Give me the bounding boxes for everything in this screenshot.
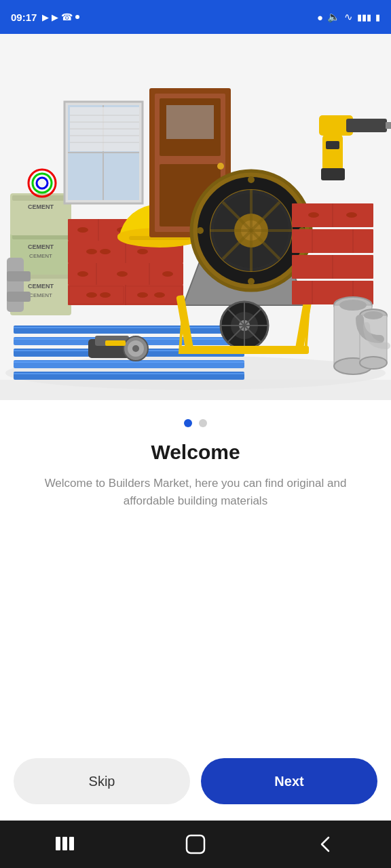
window-frame bbox=[64, 102, 143, 203]
skip-button[interactable]: Skip bbox=[14, 758, 190, 804]
next-button[interactable]: Next bbox=[201, 758, 377, 804]
svg-point-48 bbox=[86, 249, 97, 254]
svg-point-131 bbox=[364, 311, 383, 319]
svg-rect-75 bbox=[166, 105, 214, 139]
video-icon-1: ▶ bbox=[42, 12, 49, 22]
svg-rect-134 bbox=[62, 837, 67, 850]
svg-point-36 bbox=[86, 292, 97, 298]
back-button[interactable] bbox=[316, 835, 335, 854]
svg-point-54 bbox=[77, 227, 88, 233]
spacer bbox=[0, 511, 391, 747]
text-section: Welcome Welcome to Builders Market, here… bbox=[0, 441, 391, 511]
svg-rect-78 bbox=[7, 292, 31, 302]
welcome-title: Welcome bbox=[20, 441, 371, 464]
svg-rect-118 bbox=[322, 134, 343, 172]
whatsapp-icon: ☎ bbox=[61, 12, 73, 22]
svg-rect-6 bbox=[14, 372, 244, 380]
image-section: CEMENT CEMENT CEMENT CEMENT CEMENT bbox=[0, 34, 391, 400]
status-bar-right: ● 🔈 ∿ ▮▮▮ ▮ bbox=[317, 11, 380, 23]
status-time: 09:17 bbox=[11, 12, 37, 23]
svg-point-44 bbox=[117, 271, 128, 277]
status-dot bbox=[75, 15, 79, 19]
svg-rect-119 bbox=[326, 141, 339, 149]
svg-rect-11 bbox=[14, 373, 244, 374]
status-bar: 09:17 ▶ ▶ ☎ ● 🔈 ∿ ▮▮▮ ▮ bbox=[0, 0, 391, 34]
svg-point-38 bbox=[137, 292, 148, 298]
svg-rect-77 bbox=[7, 271, 31, 281]
svg-rect-35 bbox=[126, 286, 182, 304]
svg-point-115 bbox=[346, 212, 357, 218]
dots-section bbox=[0, 400, 391, 441]
svg-rect-120 bbox=[386, 122, 391, 129]
svg-point-39 bbox=[154, 292, 165, 298]
signal-icon: ▮▮▮ bbox=[357, 12, 371, 22]
svg-rect-2 bbox=[14, 326, 244, 334]
navigation-bar bbox=[0, 821, 391, 868]
svg-text:CEMENT: CEMENT bbox=[29, 292, 52, 298]
svg-text:CEMENT: CEMENT bbox=[28, 283, 54, 290]
svg-point-37 bbox=[100, 292, 111, 298]
dot-2-inactive[interactable] bbox=[199, 419, 207, 427]
svg-point-100 bbox=[248, 176, 255, 183]
svg-point-50 bbox=[137, 249, 148, 254]
svg-rect-117 bbox=[346, 119, 387, 132]
svg-text:CEMENT: CEMENT bbox=[28, 243, 54, 250]
buttons-section: Skip Next bbox=[0, 747, 391, 821]
svg-point-101 bbox=[248, 278, 255, 285]
svg-point-16 bbox=[132, 345, 139, 352]
welcome-description: Welcome to Builders Market, here you can… bbox=[20, 475, 371, 511]
svg-point-114 bbox=[308, 212, 319, 218]
svg-point-130 bbox=[360, 357, 387, 369]
svg-point-102 bbox=[197, 227, 204, 234]
construction-scene: CEMENT CEMENT CEMENT CEMENT CEMENT bbox=[0, 34, 391, 400]
svg-point-45 bbox=[162, 271, 173, 277]
svg-rect-123 bbox=[321, 168, 345, 180]
status-bar-left: 09:17 ▶ ▶ ☎ bbox=[11, 12, 79, 23]
home-button[interactable] bbox=[185, 834, 206, 854]
svg-point-74 bbox=[217, 163, 224, 170]
recent-apps-icon[interactable] bbox=[56, 837, 75, 852]
svg-rect-136 bbox=[187, 835, 204, 853]
svg-rect-105 bbox=[292, 229, 373, 253]
status-icons-left: ▶ ▶ ☎ bbox=[42, 12, 79, 22]
svg-rect-5 bbox=[14, 360, 244, 368]
video-icon-2: ▶ bbox=[52, 12, 58, 22]
battery-icon: ▮ bbox=[375, 12, 380, 22]
svg-rect-133 bbox=[56, 837, 60, 850]
svg-rect-17 bbox=[105, 340, 126, 346]
svg-point-49 bbox=[100, 249, 111, 254]
svg-rect-76 bbox=[7, 258, 24, 312]
angle-grinder bbox=[88, 336, 148, 361]
svg-rect-88 bbox=[180, 346, 309, 354]
svg-rect-132 bbox=[0, 380, 391, 400]
svg-rect-7 bbox=[14, 327, 244, 328]
wifi-icon: ∿ bbox=[344, 11, 353, 23]
mute-icon: 🔈 bbox=[327, 11, 340, 23]
svg-rect-135 bbox=[69, 837, 74, 850]
main-content: CEMENT CEMENT CEMENT CEMENT CEMENT bbox=[0, 34, 391, 821]
svg-text:CEMENT: CEMENT bbox=[28, 203, 54, 210]
dot-1-active[interactable] bbox=[184, 419, 192, 427]
svg-rect-10 bbox=[14, 361, 244, 363]
alarm-icon: ● bbox=[317, 12, 323, 23]
construction-svg: CEMENT CEMENT CEMENT CEMENT CEMENT bbox=[0, 34, 391, 400]
svg-point-127 bbox=[339, 300, 367, 311]
svg-point-43 bbox=[77, 271, 88, 277]
svg-text:CEMENT: CEMENT bbox=[29, 253, 52, 259]
